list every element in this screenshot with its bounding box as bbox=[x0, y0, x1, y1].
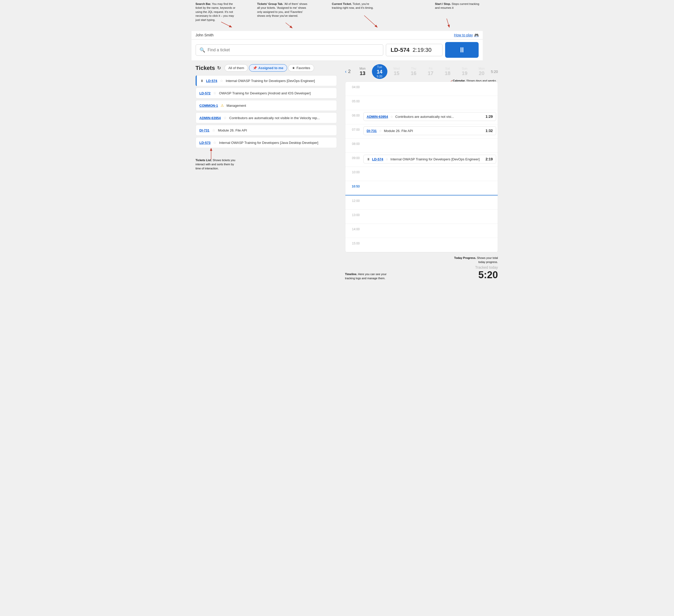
calendar-day-4: Fri 17 bbox=[423, 66, 438, 77]
tl-time: 1:29 bbox=[485, 114, 493, 119]
current-ticket-display: LD-574 2:19:30 bbox=[386, 44, 443, 56]
timeline-row-current: 10:53 bbox=[345, 181, 498, 195]
tl-ticket-id[interactable]: LD-574 bbox=[372, 157, 383, 161]
search-icon: 🔍 bbox=[200, 47, 205, 53]
cal-day-name: Fri bbox=[429, 67, 433, 70]
timeline-slot bbox=[362, 167, 498, 181]
search-bar[interactable]: 🔍 bbox=[196, 44, 383, 56]
ticket-item[interactable]: DI-731 ☆ Module 26. File API bbox=[196, 125, 337, 136]
time-label: 09:00 bbox=[345, 152, 362, 164]
time-label: 05:00 bbox=[345, 96, 362, 107]
ticket-item[interactable]: LD-572 ☆ OWASP Training for Developers [… bbox=[196, 88, 337, 99]
ticket-item[interactable]: ⏸ LD-574 ☆ Internal OWASP Training for D… bbox=[196, 75, 337, 86]
time-label: 08:00 bbox=[345, 138, 362, 149]
ticket-item[interactable]: LD-573 ☆ Internal OWASP Training for Dev… bbox=[196, 137, 337, 148]
tab-favorites-label: Favorites bbox=[297, 66, 310, 70]
timeline-slot bbox=[362, 195, 498, 209]
ticket-star-icon: ☆ bbox=[213, 91, 217, 95]
annotation-current-ticket: Current Ticket. Ticket, you're tracking … bbox=[332, 2, 377, 10]
how-to-play-link[interactable]: How to play 🎮 bbox=[454, 33, 478, 37]
timeline-slot: ⏸ LD-574 ☆ Internal OWASP Training for D… bbox=[362, 152, 498, 167]
ticket-item[interactable]: ADMIN-63954 ☆ Contributors are automatic… bbox=[196, 112, 337, 123]
ticket-list: ⏸ LD-574 ☆ Internal OWASP Training for D… bbox=[196, 75, 337, 148]
tab-assigned-icon: 📌 bbox=[253, 66, 257, 70]
tickets-title-text: Tickets bbox=[196, 65, 215, 72]
user-name: John Smith bbox=[196, 33, 214, 37]
ticket-description: Contributors are automatically not visib… bbox=[229, 116, 333, 120]
timeline-row: 09:00 ⏸ LD-574 ☆ Internal OWASP Training… bbox=[345, 152, 498, 167]
ticket-description: Management bbox=[227, 104, 333, 108]
timeline-entry[interactable]: ⏸ LD-574 ☆ Internal OWASP Training for D… bbox=[363, 155, 496, 164]
tl-star-icon: ☆ bbox=[379, 129, 382, 133]
cal-day-num: 14 bbox=[376, 69, 382, 75]
refresh-icon[interactable]: ↻ bbox=[217, 65, 221, 71]
ticket-description: Module 26. File API bbox=[218, 128, 333, 132]
calendar-day-6: Sun 19 bbox=[457, 66, 472, 77]
tl-star-icon: ☆ bbox=[385, 157, 388, 161]
pause-icon-small: ⏸ bbox=[200, 79, 204, 83]
tab-assigned-label: Assigned to me bbox=[258, 66, 283, 70]
tab-assigned[interactable]: 📌 Assigned to me bbox=[249, 64, 287, 72]
ticket-id-link[interactable]: DI-731 bbox=[200, 128, 210, 132]
tracked-today-label: Tracked today bbox=[475, 265, 498, 270]
timeline-row: 05:00 bbox=[345, 96, 498, 110]
tab-favorites-icon: ★ bbox=[292, 66, 295, 70]
play-icon: 🎮 bbox=[474, 33, 479, 37]
time-label: 10:00 bbox=[345, 167, 362, 178]
time-label: 14:00 bbox=[345, 224, 362, 235]
ticket-item[interactable]: COMMON-1 ⚠ Management bbox=[196, 100, 337, 111]
time-label: 07:00 bbox=[345, 124, 362, 135]
ticket-id-link[interactable]: COMMON-1 bbox=[200, 104, 218, 108]
timeline-row: 08:00 bbox=[345, 138, 498, 152]
tl-description: Module 26. File API bbox=[384, 129, 483, 133]
tracked-today-section: Today Progress. Shows your total today p… bbox=[453, 256, 498, 281]
current-time-label: 10:53 bbox=[345, 181, 362, 192]
svg-line-3 bbox=[447, 19, 449, 27]
time-label: 06:00 bbox=[345, 110, 362, 121]
search-input[interactable] bbox=[208, 48, 379, 53]
left-panel: Tickets ↻ All of them 📌 Assigned to me ★… bbox=[192, 61, 341, 284]
tab-all[interactable]: All of them bbox=[224, 64, 248, 72]
calendar-day-5: Sat 18 bbox=[440, 66, 455, 77]
tab-favorites[interactable]: ★ Favorites bbox=[288, 64, 314, 72]
calendar-day-1[interactable]: Tue 14 5:20 bbox=[372, 64, 387, 79]
time-label: 12:00 bbox=[345, 195, 362, 206]
timer-section: LD-574 2:19:30 ⏸ bbox=[386, 42, 479, 58]
ticket-id-link[interactable]: ADMIN-63954 bbox=[200, 116, 221, 120]
annotation-title: Tickets List. bbox=[196, 159, 212, 162]
annotation-tickets-list: Tickets List. Shows tickets you interact… bbox=[196, 158, 237, 171]
tickets-header: Tickets ↻ All of them 📌 Assigned to me ★… bbox=[196, 64, 337, 72]
cal-day-name: Mon bbox=[479, 67, 484, 70]
header-bar: John Smith How to play 🎮 bbox=[192, 31, 483, 39]
ticket-id-link[interactable]: LD-572 bbox=[200, 91, 211, 95]
tl-ticket-id[interactable]: ADMIN-63954 bbox=[367, 115, 388, 119]
ticket-id-link[interactable]: LD-573 bbox=[200, 141, 211, 145]
timeline-entry[interactable]: DI-731 ☆ Module 26. File API 1:32 bbox=[363, 126, 496, 135]
calendar-prev-button[interactable]: ‹ bbox=[345, 69, 347, 74]
tl-description: Internal OWASP Training for Developers [… bbox=[390, 157, 483, 161]
stop-start-button[interactable]: ⏸ bbox=[445, 42, 479, 58]
annotation-title: Timeline. bbox=[345, 273, 357, 276]
cal-day-name: Wed bbox=[393, 67, 400, 70]
svg-line-1 bbox=[286, 23, 292, 28]
timeline-entry[interactable]: ADMIN-63954 ☆ Contributors are automatic… bbox=[363, 112, 496, 121]
ticket-description: Internal OWASP Training for Developers [… bbox=[219, 141, 333, 145]
time-label: 15:00 bbox=[345, 238, 362, 249]
timeline-row: 13:00 bbox=[345, 210, 498, 224]
cal-day-num: 18 bbox=[445, 70, 450, 76]
search-timer-row: 🔍 LD-574 2:19:30 ⏸ bbox=[192, 39, 483, 61]
pause-icon: ⏸ bbox=[458, 45, 465, 54]
cal-day-num: 19 bbox=[462, 70, 467, 76]
ticket-id-link[interactable]: LD-574 bbox=[206, 79, 217, 83]
top-annotations: Search Bar. You may find the ticket by t… bbox=[192, 0, 483, 31]
annotation-tickets-group: Tickets' Group Tab. 'All of them' shows … bbox=[257, 2, 309, 18]
tl-ticket-id[interactable]: DI-731 bbox=[367, 129, 377, 133]
calendar-day-0[interactable]: Mon 13 bbox=[355, 66, 370, 77]
cal-day-num: 16 bbox=[411, 70, 416, 76]
timeline-row: 12:00 bbox=[345, 195, 498, 210]
timeline-row: 04:00 bbox=[345, 82, 498, 96]
cal-day-num: 17 bbox=[428, 70, 433, 76]
timeline-row: 14:00 bbox=[345, 224, 498, 238]
annotation-today-progress: Today Progress. Shows your total today p… bbox=[453, 256, 498, 264]
timeline-row: 15:00 bbox=[345, 238, 498, 252]
